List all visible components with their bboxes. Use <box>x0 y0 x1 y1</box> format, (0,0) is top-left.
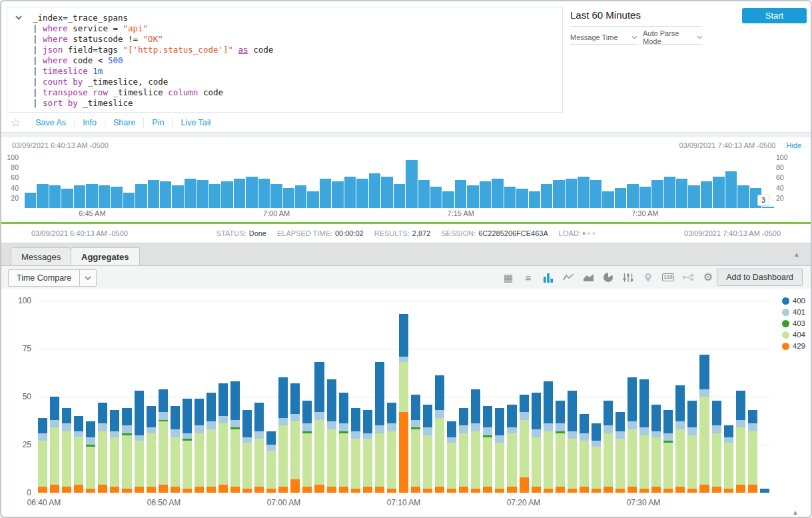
stacked-bar[interactable] <box>74 301 83 493</box>
map-pin-icon[interactable] <box>642 271 654 283</box>
query-text[interactable]: _index=_trace_spans| where service = "ap… <box>33 13 273 109</box>
histogram-bar[interactable] <box>578 177 589 208</box>
histogram-bar[interactable] <box>664 177 675 208</box>
stacked-bar[interactable] <box>147 301 156 493</box>
save-as-link[interactable]: Save As <box>27 118 74 127</box>
stacked-bar[interactable] <box>266 301 276 493</box>
histogram-bar[interactable] <box>701 181 712 208</box>
legend-item[interactable]: 429 <box>782 342 805 350</box>
histogram-bar[interactable] <box>590 180 602 208</box>
stacked-bar[interactable] <box>242 301 252 493</box>
stacked-bar[interactable] <box>736 301 745 493</box>
stacked-bar[interactable] <box>435 301 444 493</box>
histogram-bar[interactable] <box>49 185 61 208</box>
histogram-bar[interactable] <box>332 181 343 208</box>
histogram-bar[interactable] <box>74 185 85 208</box>
histogram-bar[interactable] <box>492 179 503 208</box>
histogram-bar[interactable] <box>688 185 699 208</box>
histogram-bar[interactable] <box>197 180 208 208</box>
histogram-bar[interactable] <box>99 185 110 208</box>
stacked-bar[interactable] <box>568 301 577 493</box>
stacked-bar[interactable] <box>302 301 312 493</box>
histogram-bar[interactable] <box>406 160 417 208</box>
collapse-query-button[interactable] <box>13 11 25 23</box>
stacked-bar[interactable] <box>290 301 300 493</box>
histogram-bar[interactable] <box>615 188 626 208</box>
tab-messages[interactable]: Messages <box>11 247 71 266</box>
collapse-results-icon[interactable]: ▲ <box>793 251 800 258</box>
stacked-bar[interactable] <box>363 301 372 493</box>
stacked-bar[interactable] <box>159 301 168 493</box>
histogram-bar[interactable] <box>651 180 663 208</box>
stacked-bar[interactable] <box>592 301 601 493</box>
pie-chart-icon[interactable] <box>602 271 614 283</box>
histogram-bar[interactable] <box>737 185 749 208</box>
live-tail-link[interactable]: Live Tail <box>172 118 218 127</box>
sliders-icon[interactable] <box>622 271 634 283</box>
stacked-bar[interactable] <box>520 301 529 493</box>
histogram-bar[interactable] <box>639 187 651 208</box>
stacked-bar[interactable] <box>507 301 516 493</box>
stacked-bar[interactable] <box>375 301 384 493</box>
histogram-bar[interactable] <box>123 193 135 208</box>
histogram-bar[interactable] <box>295 185 306 208</box>
histogram-bar[interactable] <box>541 184 552 208</box>
histogram-bar[interactable] <box>25 193 36 208</box>
stacked-bar[interactable] <box>556 301 565 493</box>
time-range-selector[interactable]: Last 60 Minutes <box>570 9 702 27</box>
time-compare-button[interactable]: Time Compare <box>8 269 97 287</box>
stacked-bar[interactable] <box>532 301 541 493</box>
stacked-bar[interactable] <box>351 301 360 493</box>
stacked-bar[interactable] <box>544 301 553 493</box>
stacked-bar[interactable] <box>218 301 228 493</box>
stacked-bar[interactable] <box>748 301 757 493</box>
histogram-bar[interactable] <box>258 179 270 208</box>
histogram-bar[interactable] <box>369 173 380 208</box>
histogram-bar[interactable] <box>713 177 724 208</box>
pin-link[interactable]: Pin <box>143 118 172 127</box>
stacked-bar[interactable] <box>62 301 71 493</box>
stacked-bar[interactable] <box>651 301 661 493</box>
histogram-bar[interactable] <box>381 177 392 208</box>
histogram-bar[interactable] <box>221 181 232 208</box>
stacked-bar[interactable] <box>254 301 264 493</box>
gear-icon[interactable]: ⚙ <box>702 271 714 283</box>
stacked-bar[interactable] <box>604 301 613 493</box>
histogram-bar[interactable] <box>356 179 368 208</box>
histogram-bar[interactable] <box>344 177 356 208</box>
histogram-bar[interactable] <box>270 184 282 208</box>
histogram-bar[interactable] <box>111 187 122 208</box>
histogram-bar[interactable] <box>135 184 147 208</box>
stacked-bar[interactable] <box>712 301 721 493</box>
column-chart-icon[interactable] <box>542 271 554 283</box>
summarize-view-icon[interactable]: ≡ <box>522 271 534 283</box>
table-view-icon[interactable]: ▦ <box>502 271 514 283</box>
stacked-bar[interactable] <box>675 301 685 493</box>
histogram-bar[interactable] <box>394 184 405 208</box>
histogram-bar[interactable] <box>480 181 491 208</box>
histogram-bar[interactable] <box>455 180 466 208</box>
stacked-bar[interactable] <box>483 301 492 493</box>
stacked-bar[interactable] <box>98 301 107 493</box>
histogram-bar[interactable] <box>676 179 687 208</box>
start-button[interactable]: Start <box>742 8 807 23</box>
histogram-bar[interactable] <box>209 184 220 208</box>
collapse-bottom-icon[interactable]: ▲ <box>792 509 799 516</box>
single-value-icon[interactable]: 123 <box>662 271 674 283</box>
stacked-bar[interactable] <box>135 301 144 493</box>
stacked-bar[interactable] <box>327 301 336 493</box>
stacked-bar[interactable] <box>50 301 59 493</box>
stacked-bar[interactable] <box>495 301 504 493</box>
add-to-dashboard-button[interactable]: Add to Dashboard <box>717 269 803 286</box>
stacked-bar[interactable] <box>580 301 589 493</box>
tab-aggregates[interactable]: Aggregates <box>71 247 140 266</box>
stacked-bar[interactable] <box>411 301 420 493</box>
histogram-bar[interactable] <box>172 185 183 208</box>
stacked-bar[interactable] <box>314 301 324 493</box>
stacked-bar[interactable] <box>615 301 625 493</box>
stacked-bar[interactable] <box>699 301 709 493</box>
stacked-bar[interactable] <box>230 301 240 493</box>
histogram-bar[interactable] <box>320 179 331 208</box>
histogram-bar[interactable] <box>566 179 577 208</box>
stacked-bar[interactable] <box>724 301 733 493</box>
